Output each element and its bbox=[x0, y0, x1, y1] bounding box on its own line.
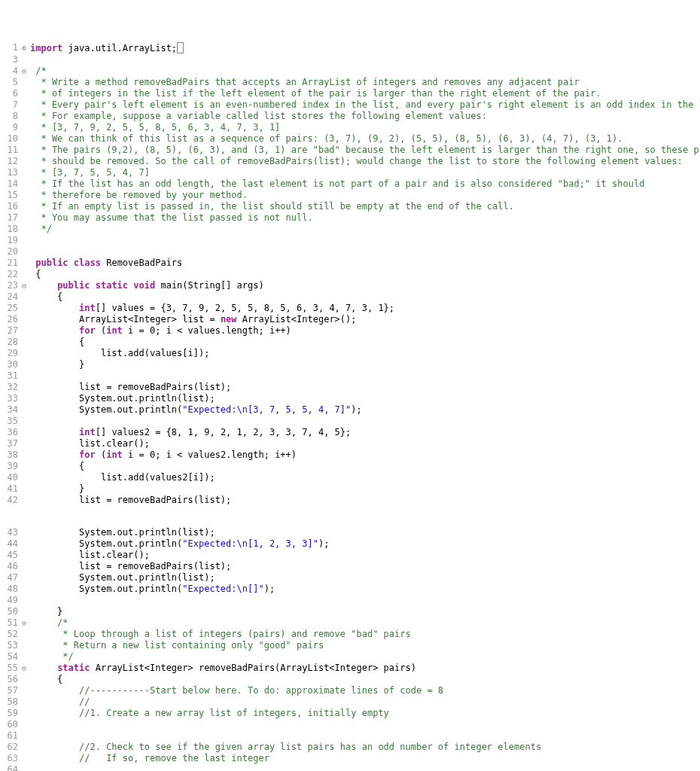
code-content[interactable]: //-----------Start below here. To do: ap… bbox=[29, 685, 700, 696]
code-content[interactable]: * Return a new list containing only "goo… bbox=[29, 640, 700, 651]
code-content[interactable]: { bbox=[29, 461, 700, 472]
code-line[interactable]: 25 int[] values = {3, 7, 9, 2, 5, 5, 8, … bbox=[0, 303, 700, 314]
code-line[interactable]: 1⊕import java.util.ArrayList; bbox=[0, 42, 700, 54]
code-content[interactable]: } bbox=[29, 483, 700, 495]
code-line[interactable]: 5 * Write a method removeBadPairs that a… bbox=[0, 77, 700, 88]
code-line[interactable]: 20 bbox=[0, 246, 700, 258]
code-line[interactable]: 18 */ bbox=[0, 224, 700, 235]
code-content[interactable]: int[] values2 = {8, 1, 9, 2, 1, 2, 3, 3,… bbox=[29, 427, 700, 438]
code-line[interactable]: 50 } bbox=[0, 606, 700, 617]
code-content[interactable]: * Write a method removeBadPairs that acc… bbox=[29, 77, 700, 88]
code-content[interactable]: * You may assume that the list passed is… bbox=[29, 212, 700, 224]
code-content[interactable]: * therefore be removed by your method. bbox=[29, 190, 700, 201]
code-content[interactable]: ArrayList<Integer> list = new ArrayList<… bbox=[29, 314, 700, 325]
code-line[interactable]: 49 bbox=[0, 595, 700, 606]
code-content[interactable]: list.add(values[i]); bbox=[29, 348, 700, 359]
code-content[interactable]: System.out.println("Expected:\n[1, 2, 3,… bbox=[29, 538, 700, 550]
code-line[interactable]: 32 list = removeBadPairs(list); bbox=[0, 382, 700, 393]
code-content[interactable]: System.out.println("Expected:\n[]"); bbox=[29, 584, 700, 595]
code-line[interactable]: 55⊖ static ArrayList<Integer> removeBadP… bbox=[0, 663, 700, 674]
code-line[interactable]: 16 * If an empty list is passed in, the … bbox=[0, 201, 700, 212]
code-line[interactable]: 42 list = removeBadPairs(list); bbox=[0, 495, 700, 506]
code-line[interactable]: 22 { bbox=[0, 269, 700, 280]
code-line[interactable]: 24 { bbox=[0, 291, 700, 303]
code-content[interactable]: //2. Check to see if the given array lis… bbox=[29, 742, 700, 753]
code-line[interactable]: 29 list.add(values[i]); bbox=[0, 348, 700, 359]
code-line[interactable]: 30 } bbox=[0, 359, 700, 370]
code-line[interactable]: 44 System.out.println("Expected:\n[1, 2,… bbox=[0, 538, 700, 550]
code-content[interactable]: list.add(values2[i]); bbox=[29, 472, 700, 483]
code-line[interactable]: 40 list.add(values2[i]); bbox=[0, 472, 700, 483]
code-content[interactable]: list = removeBadPairs(list); bbox=[29, 495, 700, 506]
code-content[interactable]: public class RemoveBadPairs bbox=[29, 258, 700, 269]
code-content[interactable]: System.out.println("Expected:\n[3, 7, 5,… bbox=[29, 404, 700, 416]
code-content[interactable]: // bbox=[29, 696, 700, 708]
code-line[interactable]: 13 * [3, 7, 5, 5, 4, 7] bbox=[0, 167, 700, 178]
code-content[interactable]: } bbox=[29, 359, 700, 370]
code-line[interactable]: 28 { bbox=[0, 337, 700, 348]
code-line[interactable]: 43 System.out.println(list); bbox=[0, 527, 700, 538]
code-line[interactable]: 61 bbox=[0, 730, 700, 742]
fold-toggle-icon[interactable]: ⊕ bbox=[20, 42, 29, 53]
code-content[interactable]: for (int i = 0; i < values2.length; i++) bbox=[29, 449, 700, 461]
code-content[interactable]: * Every pair's left element is an even-n… bbox=[29, 99, 700, 111]
code-line[interactable]: 36 int[] values2 = {8, 1, 9, 2, 1, 2, 3,… bbox=[0, 427, 700, 438]
code-content[interactable]: * For example, suppose a variable called… bbox=[29, 111, 700, 122]
code-line[interactable]: 15 * therefore be removed by your method… bbox=[0, 190, 700, 201]
code-line[interactable]: 46 list = removeBadPairs(list); bbox=[0, 561, 700, 572]
code-line[interactable]: 7 * Every pair's left element is an even… bbox=[0, 99, 700, 111]
code-content[interactable]: list = removeBadPairs(list); bbox=[29, 382, 700, 393]
code-line[interactable]: 4⊖ /* bbox=[0, 66, 700, 77]
code-content[interactable]: //1. Create a new array list of integers… bbox=[29, 708, 700, 719]
code-line[interactable]: 41 } bbox=[0, 483, 700, 495]
code-line[interactable]: 37 list.clear(); bbox=[0, 438, 700, 449]
code-content[interactable]: System.out.println(list); bbox=[29, 527, 700, 538]
code-content[interactable]: import java.util.ArrayList; bbox=[29, 42, 700, 54]
code-content[interactable]: } bbox=[29, 606, 700, 617]
code-line[interactable]: 45 list.clear(); bbox=[0, 550, 700, 561]
fold-toggle-icon[interactable]: ⊖ bbox=[20, 280, 29, 291]
code-line[interactable]: 26 ArrayList<Integer> list = new ArrayLi… bbox=[0, 314, 700, 325]
code-content[interactable]: * If an empty list is passed in, the lis… bbox=[29, 201, 700, 212]
code-line[interactable]: 14 * If the list has an odd length, the … bbox=[0, 178, 700, 190]
code-line[interactable]: 51⊖ /* bbox=[0, 617, 700, 629]
code-content[interactable]: // If so, remove the last integer bbox=[29, 753, 700, 764]
code-line[interactable]: 11 * The pairs (9,2), (8, 5), (6, 3), an… bbox=[0, 145, 700, 156]
code-content[interactable]: list = removeBadPairs(list); bbox=[29, 561, 700, 572]
code-content[interactable]: /* bbox=[29, 617, 700, 629]
code-line[interactable]: 12 * should be removed. So the call of r… bbox=[0, 156, 700, 167]
fold-toggle-icon[interactable]: ⊖ bbox=[20, 663, 29, 674]
code-content[interactable]: * should be removed. So the call of remo… bbox=[29, 156, 700, 167]
fold-toggle-icon[interactable]: ⊖ bbox=[20, 66, 29, 77]
code-content[interactable]: int[] values = {3, 7, 9, 2, 5, 5, 8, 5, … bbox=[29, 303, 700, 314]
code-line[interactable]: 63 // If so, remove the last integer bbox=[0, 753, 700, 764]
code-line[interactable]: 33 System.out.println(list); bbox=[0, 393, 700, 404]
code-content[interactable]: System.out.println(list); bbox=[29, 393, 700, 404]
code-line[interactable]: 19 bbox=[0, 235, 700, 246]
code-line[interactable]: 6 * of integers in the list if the left … bbox=[0, 88, 700, 99]
code-line[interactable]: 56 { bbox=[0, 674, 700, 685]
fold-toggle-icon[interactable]: ⊖ bbox=[20, 617, 29, 629]
code-line[interactable]: 53 * Return a new list containing only "… bbox=[0, 640, 700, 651]
code-content[interactable]: list.clear(); bbox=[29, 438, 700, 449]
code-line[interactable]: 57 //-----------Start below here. To do:… bbox=[0, 685, 700, 696]
code-line[interactable]: 35 bbox=[0, 416, 700, 427]
code-content[interactable]: /* bbox=[29, 66, 700, 77]
code-line[interactable]: 34 System.out.println("Expected:\n[3, 7,… bbox=[0, 404, 700, 416]
code-editor[interactable]: 1⊕import java.util.ArrayList;34⊖ /*5 * W… bbox=[0, 42, 700, 771]
code-line[interactable]: 27 for (int i = 0; i < values.length; i+… bbox=[0, 325, 700, 337]
code-line[interactable]: 21 public class RemoveBadPairs bbox=[0, 258, 700, 269]
code-content[interactable]: * We can think of this list as a sequenc… bbox=[29, 133, 700, 145]
code-line[interactable]: 10 * We can think of this list as a sequ… bbox=[0, 133, 700, 145]
code-content[interactable]: list.clear(); bbox=[29, 550, 700, 561]
code-line[interactable]: 23⊖ public static void main(String[] arg… bbox=[0, 280, 700, 291]
code-line[interactable]: 58 // bbox=[0, 696, 700, 708]
code-line[interactable]: 9 * [3, 7, 9, 2, 5, 5, 8, 5, 6, 3, 4, 7,… bbox=[0, 122, 700, 133]
code-content[interactable]: System.out.println(list); bbox=[29, 572, 700, 584]
code-line[interactable]: 54 */ bbox=[0, 651, 700, 663]
code-line[interactable]: 62 //2. Check to see if the given array … bbox=[0, 742, 700, 753]
code-content[interactable]: * Loop through a list of integers (pairs… bbox=[29, 629, 700, 640]
code-line[interactable]: 52 * Loop through a list of integers (pa… bbox=[0, 629, 700, 640]
code-content[interactable]: { bbox=[29, 337, 700, 348]
code-line[interactable]: 59 //1. Create a new array list of integ… bbox=[0, 708, 700, 719]
